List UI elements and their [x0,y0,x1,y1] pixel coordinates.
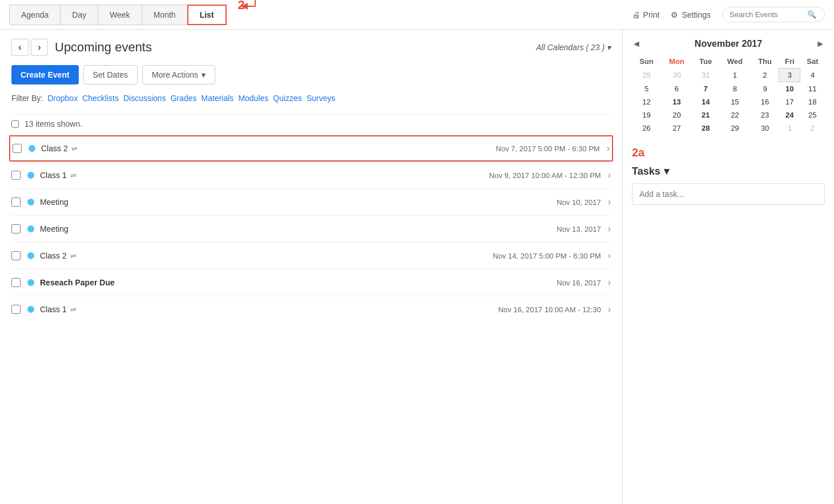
cal-day[interactable]: 5 [632,82,661,96]
cal-day[interactable]: 16 [751,95,779,108]
event-row[interactable]: Reseach Paper DueNov 16, 2017› [11,269,611,296]
search-box[interactable]: 🔍 [722,7,825,22]
filter-discussions[interactable]: Discussions [123,94,166,103]
cal-day[interactable]: 29 [719,122,751,135]
event-checkbox[interactable] [11,251,21,260]
filter-row: Filter By: Dropbox Checklists Discussion… [11,94,611,103]
prev-button[interactable]: ‹ [11,39,29,56]
cal-week-0: 2930311234 [632,68,825,82]
tasks-chevron-icon: ▾ [664,165,669,178]
cal-day[interactable]: 21 [692,108,719,122]
event-row[interactable]: Class 1⇌Nov 16, 2017 10:00 AM - 12:30› [11,296,611,322]
repeat-icon: ⇌ [70,305,76,314]
filter-modules[interactable]: Modules [238,94,268,103]
filter-grades[interactable]: Grades [171,94,197,103]
cal-day[interactable]: 24 [779,108,800,122]
event-row[interactable]: Class 2⇌Nov 14, 2017 5:00 PM - 6:30 PM› [11,242,611,269]
chevron-right-icon: › [607,143,610,154]
cal-day[interactable]: 2 [800,122,825,135]
cal-day[interactable]: 12 [632,95,661,108]
cal-day[interactable]: 25 [800,108,825,122]
chevron-right-icon: › [608,304,611,315]
filter-quizzes[interactable]: Quizzes [273,94,302,103]
cal-day[interactable]: 6 [661,82,692,96]
cal-week-2: 12131415161718 [632,95,825,108]
cal-day[interactable]: 10 [779,82,800,96]
tab-week[interactable]: Week [98,5,142,25]
cal-prev-button[interactable]: ◄ [632,39,641,49]
settings-label: Settings [682,10,711,19]
cal-week-1: 567891011 [632,82,825,96]
event-checkbox[interactable] [11,197,21,207]
event-checkbox[interactable] [11,278,21,287]
cal-day[interactable]: 18 [800,95,825,108]
cal-header-wed: Wed [719,55,751,68]
cal-day[interactable]: 9 [751,82,779,96]
next-button[interactable]: › [31,39,48,56]
cal-day[interactable]: 13 [661,95,692,108]
cal-week-4: 262728293012 [632,122,825,135]
tab-agenda[interactable]: Agenda [9,5,60,25]
cal-day[interactable]: 26 [632,122,661,135]
cal-day[interactable]: 30 [661,68,692,82]
filter-surveys[interactable]: Surveys [307,94,336,103]
filter-materials[interactable]: Materials [202,94,234,103]
print-label: Print [643,10,660,19]
event-row[interactable]: MeetingNov 13, 2017› [11,215,611,242]
cal-day[interactable]: 27 [661,122,692,135]
cal-day[interactable]: 29 [632,68,661,82]
event-checkbox[interactable] [11,305,21,314]
tab-list[interactable]: List [187,5,227,25]
search-input[interactable] [730,10,804,19]
print-icon: 🖨 [632,10,640,19]
select-all-checkbox[interactable] [11,120,19,128]
cal-day[interactable]: 22 [719,108,751,122]
cal-day[interactable]: 4 [800,68,825,82]
filter-dropbox[interactable]: Dropbox [47,94,78,103]
cal-day[interactable]: 19 [632,108,661,122]
cal-day[interactable]: 15 [719,95,751,108]
cal-day[interactable]: 7 [692,82,719,96]
event-row[interactable]: Class 1⇌Nov 9, 2017 10:00 AM - 12:30 PM› [11,162,611,188]
all-calendars-dropdown[interactable]: All Calendars ( 23 ) ▾ [536,43,611,52]
more-actions-button[interactable]: More Actions ▾ [142,65,215,84]
event-date: Nov 16, 2017 10:00 AM - 12:30 [498,305,601,314]
cal-day[interactable]: 1 [719,68,751,82]
tab-day[interactable]: Day [60,5,98,25]
event-checkbox[interactable] [11,171,21,180]
event-checkbox[interactable] [11,224,21,233]
cal-day[interactable]: 31 [692,68,719,82]
cal-day[interactable]: 17 [779,95,800,108]
tasks-header[interactable]: Tasks ▾ [632,165,825,178]
annotation-2a-area: 2a [632,146,825,159]
annotation-2a-label: 2a [632,146,644,159]
cal-day[interactable]: 20 [661,108,692,122]
navigation-arrows: ‹ › [11,39,48,56]
repeat-icon: ⇌ [71,144,78,153]
settings-button[interactable]: ⚙ Settings [671,10,711,19]
print-button[interactable]: 🖨 Print [632,10,660,19]
cal-day[interactable]: 8 [719,82,751,96]
create-event-button[interactable]: Create Event [11,65,79,84]
event-row[interactable]: Class 2⇌Nov 7, 2017 5:00 PM - 6:30 PM› [9,135,613,162]
cal-day[interactable]: 11 [800,82,825,96]
cal-next-button[interactable]: ► [816,39,825,49]
cal-day[interactable]: 30 [751,122,779,135]
set-dates-button[interactable]: Set Dates [83,65,138,84]
chevron-right-icon: › [608,224,611,234]
cal-day[interactable]: 2 [751,68,779,82]
tab-month[interactable]: Month [142,5,187,25]
cal-day[interactable]: 14 [692,95,719,108]
cal-day[interactable]: 23 [751,108,779,122]
add-task-input[interactable] [632,183,825,205]
main-layout: ‹ › Upcoming events All Calendars ( 23 )… [0,30,834,504]
tasks-title: Tasks [632,166,660,178]
filter-checklists[interactable]: Checklists [82,94,119,103]
chevron-right-icon: › [608,170,611,180]
event-dot [27,279,34,286]
cal-day[interactable]: 1 [779,122,800,135]
event-checkbox[interactable] [13,144,22,153]
cal-day[interactable]: 3 [779,68,800,82]
event-row[interactable]: MeetingNov 10, 2017› [11,188,611,215]
cal-day[interactable]: 28 [692,122,719,135]
